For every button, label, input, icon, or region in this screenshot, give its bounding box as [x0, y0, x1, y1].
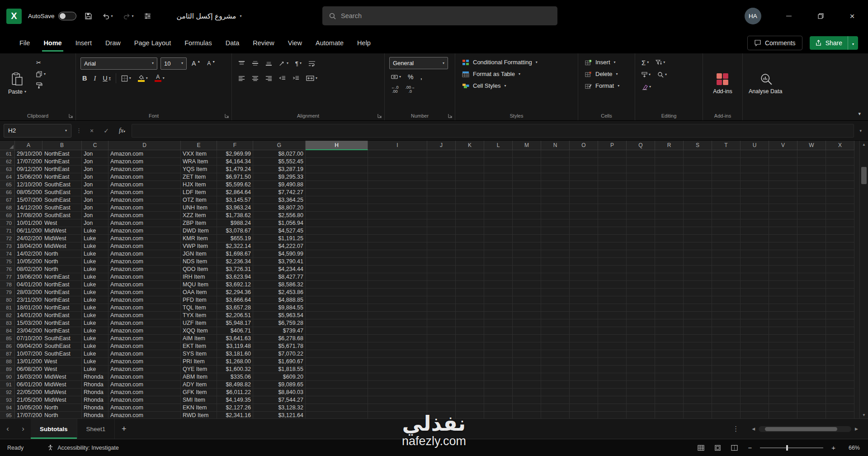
- cell[interactable]: Jon: [82, 212, 108, 219]
- cell[interactable]: [456, 319, 484, 327]
- cell[interactable]: 08/05/2005: [15, 189, 42, 196]
- sheet-tab-subtotals[interactable]: Subtotals: [31, 419, 77, 439]
- cell[interactable]: LDF Item: [181, 189, 217, 196]
- hscroll-right-arrow[interactable]: ▶: [855, 427, 858, 431]
- cell[interactable]: Jon: [82, 219, 108, 227]
- cell[interactable]: [655, 412, 684, 418]
- cell[interactable]: [769, 273, 797, 281]
- cell[interactable]: [541, 258, 570, 266]
- cell[interactable]: [741, 204, 769, 212]
- cell[interactable]: [427, 296, 456, 304]
- cell[interactable]: [368, 335, 427, 342]
- cell[interactable]: [570, 373, 598, 381]
- format-as-table-button[interactable]: Format as Table▾: [460, 69, 540, 79]
- cell[interactable]: Amazon.com: [108, 327, 181, 335]
- cell[interactable]: [627, 189, 655, 196]
- cell[interactable]: [306, 250, 368, 258]
- cell[interactable]: [456, 312, 484, 319]
- cell[interactable]: [427, 304, 456, 312]
- expand-formula-bar-button[interactable]: ▾: [857, 128, 864, 133]
- cell[interactable]: [484, 327, 513, 335]
- percent-style-button[interactable]: %: [406, 72, 415, 82]
- cell[interactable]: [484, 296, 513, 304]
- cell[interactable]: [769, 181, 797, 189]
- cell[interactable]: [541, 366, 570, 373]
- tab-draw[interactable]: Draw: [99, 32, 127, 53]
- cell[interactable]: 10/05/2006: [15, 258, 42, 266]
- cell[interactable]: [627, 204, 655, 212]
- cell[interactable]: [570, 266, 598, 273]
- column-header-P[interactable]: P: [598, 141, 627, 150]
- cell[interactable]: $988.24: [217, 219, 253, 227]
- cell[interactable]: [712, 258, 741, 266]
- tab-insert[interactable]: Insert: [69, 32, 99, 53]
- cell[interactable]: [598, 373, 627, 381]
- cell[interactable]: [741, 196, 769, 204]
- cell[interactable]: [797, 366, 826, 373]
- cell[interactable]: Amazon.com: [108, 227, 181, 235]
- cell[interactable]: Amazon.com: [108, 412, 181, 418]
- cell[interactable]: [598, 312, 627, 319]
- cell[interactable]: [627, 381, 655, 389]
- cell[interactable]: $7,544.27: [253, 396, 306, 404]
- cell[interactable]: [570, 319, 598, 327]
- cell[interactable]: [741, 289, 769, 296]
- accounting-format-button[interactable]: ▾: [389, 73, 403, 81]
- cell[interactable]: [684, 181, 712, 189]
- row-header[interactable]: 72: [0, 235, 15, 242]
- cell[interactable]: [769, 166, 797, 173]
- cell[interactable]: [541, 373, 570, 381]
- cell[interactable]: $3,121.64: [253, 412, 306, 418]
- cell[interactable]: [797, 250, 826, 258]
- cell[interactable]: ABM Item: [181, 373, 217, 381]
- column-header-U[interactable]: U: [741, 141, 769, 150]
- tab-view[interactable]: View: [281, 32, 309, 53]
- cell[interactable]: [598, 196, 627, 204]
- cell[interactable]: [368, 373, 427, 381]
- cell[interactable]: [797, 204, 826, 212]
- cell[interactable]: [570, 258, 598, 266]
- cell[interactable]: $9,295.33: [253, 173, 306, 181]
- cell[interactable]: SYS Item: [181, 350, 217, 358]
- cancel-entry-button[interactable]: ×: [86, 125, 97, 136]
- cell[interactable]: [627, 173, 655, 181]
- cell[interactable]: [570, 396, 598, 404]
- cell[interactable]: [655, 396, 684, 404]
- cell[interactable]: 24/02/2005: [15, 235, 42, 242]
- cell[interactable]: [769, 289, 797, 296]
- cell[interactable]: [598, 389, 627, 396]
- cell[interactable]: GFK Item: [181, 389, 217, 396]
- cell[interactable]: $2,556.80: [253, 212, 306, 219]
- row-header[interactable]: 68: [0, 204, 15, 212]
- cell[interactable]: $8,807.20: [253, 204, 306, 212]
- cell[interactable]: [484, 173, 513, 181]
- cell[interactable]: [306, 212, 368, 219]
- cell[interactable]: SouthEast: [42, 335, 82, 342]
- cell[interactable]: 23/11/2005: [15, 296, 42, 304]
- top-align-button[interactable]: [236, 59, 247, 67]
- cell[interactable]: [655, 335, 684, 342]
- cell[interactable]: [427, 181, 456, 189]
- cell[interactable]: [306, 289, 368, 296]
- column-header-N[interactable]: N: [541, 141, 570, 150]
- cell[interactable]: [427, 158, 456, 166]
- cell[interactable]: NorthEast: [42, 173, 82, 181]
- cell[interactable]: Jon: [82, 204, 108, 212]
- cell[interactable]: [368, 381, 427, 389]
- row-header[interactable]: 78: [0, 281, 15, 289]
- cell[interactable]: [797, 389, 826, 396]
- cell[interactable]: [741, 212, 769, 219]
- cell[interactable]: [655, 212, 684, 219]
- cell[interactable]: Amazon.com: [108, 319, 181, 327]
- format-cells-button[interactable]: Format▾: [583, 81, 622, 91]
- cell[interactable]: [826, 289, 854, 296]
- cell[interactable]: [306, 235, 368, 242]
- cell[interactable]: [684, 158, 712, 166]
- cell[interactable]: [684, 358, 712, 366]
- cell[interactable]: [826, 258, 854, 266]
- cell[interactable]: [570, 166, 598, 173]
- cell[interactable]: [684, 373, 712, 381]
- cell[interactable]: $3,692.12: [217, 281, 253, 289]
- cell[interactable]: [655, 242, 684, 250]
- cell[interactable]: [598, 227, 627, 235]
